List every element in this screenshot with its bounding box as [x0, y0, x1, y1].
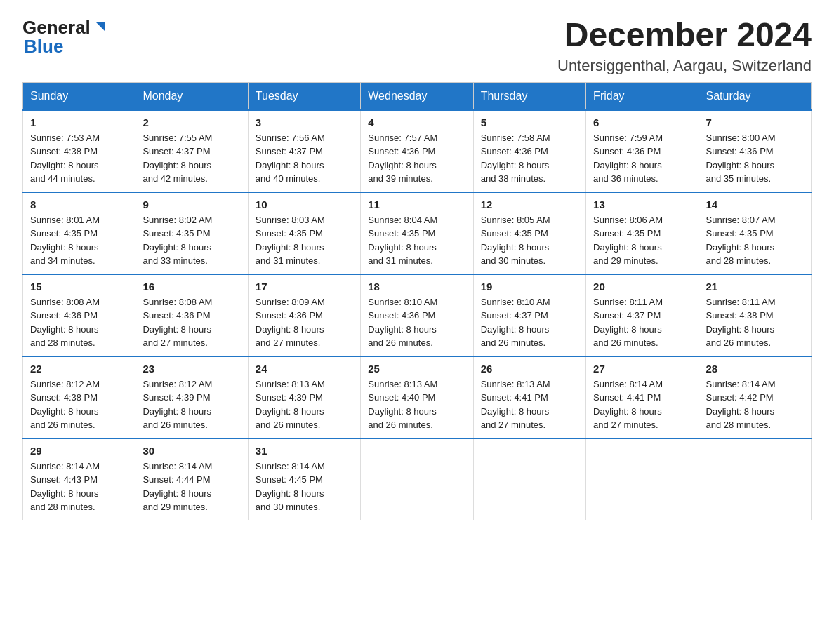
day-number: 15: [30, 281, 128, 293]
calendar-cell: 24 Sunrise: 8:13 AMSunset: 4:39 PMDaylig…: [248, 356, 360, 438]
calendar-cell: 3 Sunrise: 7:56 AMSunset: 4:37 PMDayligh…: [248, 110, 360, 192]
day-info: Sunrise: 7:56 AMSunset: 4:37 PMDaylight:…: [256, 133, 325, 185]
calendar-cell: 10 Sunrise: 8:03 AMSunset: 4:35 PMDaylig…: [248, 192, 360, 274]
page-subtitle: Untersiggenthal, Aargau, Switzerland: [557, 57, 812, 75]
calendar-cell: 15 Sunrise: 8:08 AMSunset: 4:36 PMDaylig…: [23, 274, 135, 356]
day-info: Sunrise: 8:08 AMSunset: 4:36 PMDaylight:…: [30, 297, 100, 349]
title-block: December 2024 Untersiggenthal, Aargau, S…: [557, 17, 812, 75]
day-info: Sunrise: 7:58 AMSunset: 4:36 PMDaylight:…: [481, 133, 550, 185]
day-info: Sunrise: 8:05 AMSunset: 4:35 PMDaylight:…: [481, 215, 550, 267]
calendar-cell: 1 Sunrise: 7:53 AMSunset: 4:38 PMDayligh…: [23, 110, 135, 192]
day-info: Sunrise: 8:13 AMSunset: 4:41 PMDaylight:…: [481, 379, 550, 431]
day-info: Sunrise: 8:03 AMSunset: 4:35 PMDaylight:…: [256, 215, 325, 267]
day-info: Sunrise: 8:14 AMSunset: 4:45 PMDaylight:…: [256, 461, 325, 513]
weekday-header: Saturday: [699, 82, 811, 110]
calendar-cell: 19 Sunrise: 8:10 AMSunset: 4:37 PMDaylig…: [473, 274, 585, 356]
day-info: Sunrise: 8:14 AMSunset: 4:43 PMDaylight:…: [30, 461, 100, 513]
weekday-header: Monday: [135, 82, 248, 110]
calendar-cell: 28 Sunrise: 8:14 AMSunset: 4:42 PMDaylig…: [699, 356, 811, 438]
day-info: Sunrise: 8:14 AMSunset: 4:42 PMDaylight:…: [706, 379, 776, 431]
day-number: 3: [256, 116, 353, 128]
day-info: Sunrise: 8:10 AMSunset: 4:37 PMDaylight:…: [481, 297, 550, 349]
calendar-cell: 9 Sunrise: 8:02 AMSunset: 4:35 PMDayligh…: [135, 192, 248, 274]
day-number: 9: [143, 199, 240, 210]
calendar-cell: [361, 438, 473, 520]
day-info: Sunrise: 8:02 AMSunset: 4:35 PMDaylight:…: [143, 215, 212, 267]
calendar-header-row: SundayMondayTuesdayWednesdayThursdayFrid…: [23, 82, 812, 110]
logo-arrow-icon: [93, 19, 108, 37]
calendar-cell: 31 Sunrise: 8:14 AMSunset: 4:45 PMDaylig…: [248, 438, 360, 520]
calendar-cell: 23 Sunrise: 8:12 AMSunset: 4:39 PMDaylig…: [135, 356, 248, 438]
calendar-cell: 17 Sunrise: 8:09 AMSunset: 4:36 PMDaylig…: [248, 274, 360, 356]
calendar-cell: 26 Sunrise: 8:13 AMSunset: 4:41 PMDaylig…: [473, 356, 585, 438]
calendar-cell: 7 Sunrise: 8:00 AMSunset: 4:36 PMDayligh…: [699, 110, 811, 192]
calendar-cell: 22 Sunrise: 8:12 AMSunset: 4:38 PMDaylig…: [23, 356, 135, 438]
day-number: 12: [481, 199, 578, 210]
weekday-header: Tuesday: [248, 82, 360, 110]
header: General Blue December 2024 Untersiggenth…: [22, 17, 812, 75]
calendar-week-row: 1 Sunrise: 7:53 AMSunset: 4:38 PMDayligh…: [23, 110, 812, 192]
day-number: 25: [368, 363, 465, 375]
weekday-header: Sunday: [23, 82, 135, 110]
day-info: Sunrise: 8:00 AMSunset: 4:36 PMDaylight:…: [706, 133, 776, 185]
calendar-cell: 18 Sunrise: 8:10 AMSunset: 4:36 PMDaylig…: [361, 274, 473, 356]
weekday-header: Wednesday: [361, 82, 473, 110]
calendar-cell: [586, 438, 699, 520]
day-number: 4: [368, 116, 465, 128]
calendar-cell: 2 Sunrise: 7:55 AMSunset: 4:37 PMDayligh…: [135, 110, 248, 192]
logo-blue-text: Blue: [24, 36, 63, 58]
day-info: Sunrise: 7:57 AMSunset: 4:36 PMDaylight:…: [368, 133, 437, 185]
day-info: Sunrise: 8:12 AMSunset: 4:38 PMDaylight:…: [30, 379, 100, 431]
day-number: 10: [256, 199, 353, 210]
day-info: Sunrise: 7:53 AMSunset: 4:38 PMDaylight:…: [30, 133, 100, 185]
day-number: 29: [30, 445, 128, 457]
calendar-cell: 6 Sunrise: 7:59 AMSunset: 4:36 PMDayligh…: [586, 110, 699, 192]
calendar-week-row: 8 Sunrise: 8:01 AMSunset: 4:35 PMDayligh…: [23, 192, 812, 274]
day-info: Sunrise: 8:11 AMSunset: 4:37 PMDaylight:…: [593, 297, 663, 349]
calendar-week-row: 22 Sunrise: 8:12 AMSunset: 4:38 PMDaylig…: [23, 356, 812, 438]
calendar-cell: 20 Sunrise: 8:11 AMSunset: 4:37 PMDaylig…: [586, 274, 699, 356]
day-info: Sunrise: 7:59 AMSunset: 4:36 PMDaylight:…: [593, 133, 663, 185]
day-number: 23: [143, 363, 240, 375]
day-info: Sunrise: 8:11 AMSunset: 4:38 PMDaylight:…: [706, 297, 776, 349]
calendar-cell: 21 Sunrise: 8:11 AMSunset: 4:38 PMDaylig…: [699, 274, 811, 356]
logo: General Blue: [22, 17, 108, 58]
calendar-cell: 25 Sunrise: 8:13 AMSunset: 4:40 PMDaylig…: [361, 356, 473, 438]
day-number: 8: [30, 199, 128, 210]
day-info: Sunrise: 8:10 AMSunset: 4:36 PMDaylight:…: [368, 297, 437, 349]
day-info: Sunrise: 8:06 AMSunset: 4:35 PMDaylight:…: [593, 215, 663, 267]
weekday-header: Friday: [586, 82, 699, 110]
day-info: Sunrise: 8:04 AMSunset: 4:35 PMDaylight:…: [368, 215, 437, 267]
day-number: 6: [593, 116, 691, 128]
calendar-cell: 13 Sunrise: 8:06 AMSunset: 4:35 PMDaylig…: [586, 192, 699, 274]
page-title: December 2024: [557, 17, 812, 54]
day-number: 21: [706, 281, 804, 293]
day-info: Sunrise: 7:55 AMSunset: 4:37 PMDaylight:…: [143, 133, 212, 185]
day-info: Sunrise: 8:09 AMSunset: 4:36 PMDaylight:…: [256, 297, 325, 349]
day-number: 11: [368, 199, 465, 210]
day-number: 30: [143, 445, 240, 457]
day-number: 2: [143, 116, 240, 128]
calendar-cell: 12 Sunrise: 8:05 AMSunset: 4:35 PMDaylig…: [473, 192, 585, 274]
day-number: 16: [143, 281, 240, 293]
calendar-cell: 8 Sunrise: 8:01 AMSunset: 4:35 PMDayligh…: [23, 192, 135, 274]
day-number: 18: [368, 281, 465, 293]
day-number: 20: [593, 281, 691, 293]
day-number: 19: [481, 281, 578, 293]
day-number: 1: [30, 116, 128, 128]
day-number: 13: [593, 199, 691, 210]
calendar-table: SundayMondayTuesdayWednesdayThursdayFrid…: [22, 82, 812, 520]
calendar-cell: 5 Sunrise: 7:58 AMSunset: 4:36 PMDayligh…: [473, 110, 585, 192]
calendar-cell: 16 Sunrise: 8:08 AMSunset: 4:36 PMDaylig…: [135, 274, 248, 356]
day-number: 28: [706, 363, 804, 375]
calendar-cell: 11 Sunrise: 8:04 AMSunset: 4:35 PMDaylig…: [361, 192, 473, 274]
day-number: 24: [256, 363, 353, 375]
day-number: 17: [256, 281, 353, 293]
day-info: Sunrise: 8:14 AMSunset: 4:44 PMDaylight:…: [143, 461, 212, 513]
calendar-week-row: 29 Sunrise: 8:14 AMSunset: 4:43 PMDaylig…: [23, 438, 812, 520]
calendar-cell: 27 Sunrise: 8:14 AMSunset: 4:41 PMDaylig…: [586, 356, 699, 438]
day-info: Sunrise: 8:07 AMSunset: 4:35 PMDaylight:…: [706, 215, 776, 267]
day-number: 5: [481, 116, 578, 128]
calendar-cell: 29 Sunrise: 8:14 AMSunset: 4:43 PMDaylig…: [23, 438, 135, 520]
calendar-cell: 4 Sunrise: 7:57 AMSunset: 4:36 PMDayligh…: [361, 110, 473, 192]
